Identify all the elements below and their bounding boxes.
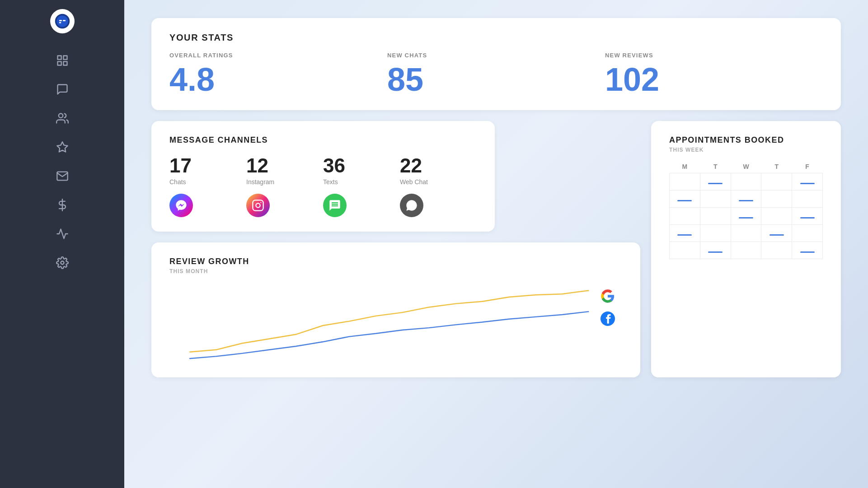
appointment-line bbox=[739, 217, 753, 218]
svg-rect-5 bbox=[57, 56, 61, 60]
bottom-row: MESSAGE CHANNELS 17 Chats bbox=[151, 121, 841, 377]
sidebar-item-email[interactable] bbox=[52, 165, 73, 187]
stats-new-chats-label: NEW CHATS bbox=[387, 52, 605, 59]
sidebar-item-analytics[interactable] bbox=[52, 223, 73, 245]
appointment-line bbox=[800, 217, 815, 218]
legend-facebook bbox=[601, 311, 615, 329]
sidebar-item-billing[interactable] bbox=[52, 194, 73, 216]
channel-texts-label: Texts bbox=[323, 178, 338, 186]
stats-new-chats: NEW CHATS 85 bbox=[387, 52, 605, 96]
appt-day-m: M bbox=[670, 160, 700, 173]
channel-webchat-count: 22 bbox=[400, 156, 422, 176]
appt-cell-2-4 bbox=[792, 208, 823, 225]
sidebar-item-dashboard[interactable] bbox=[52, 50, 73, 71]
sidebar bbox=[0, 0, 124, 488]
channel-instagram-label: Instagram bbox=[246, 178, 274, 186]
sidebar-item-settings[interactable] bbox=[52, 252, 73, 274]
svg-rect-2 bbox=[59, 20, 61, 21]
svg-point-9 bbox=[58, 114, 62, 118]
appt-cell-3-1 bbox=[700, 225, 731, 242]
svg-rect-7 bbox=[57, 61, 61, 65]
stats-overall-ratings-label: OVERALL RATINGS bbox=[169, 52, 387, 59]
appointments-card: APPOINTMENTS BOOKED THIS WEEK M T W T F bbox=[651, 121, 841, 377]
svg-rect-6 bbox=[63, 56, 67, 60]
instagram-icon bbox=[246, 194, 270, 217]
review-chart bbox=[169, 282, 622, 363]
appt-cell-3-2 bbox=[731, 225, 761, 242]
appt-cell-1-0 bbox=[670, 191, 700, 208]
svg-rect-13 bbox=[253, 200, 263, 210]
svg-point-15 bbox=[260, 202, 261, 203]
channel-instagram: 12 Instagram bbox=[246, 156, 323, 217]
facebook-icon bbox=[601, 311, 615, 329]
appt-cell-4-3 bbox=[761, 242, 792, 259]
appt-row bbox=[670, 191, 823, 208]
appt-cell-1-3 bbox=[761, 191, 792, 208]
svg-rect-3 bbox=[62, 20, 65, 21]
left-column: MESSAGE CHANNELS 17 Chats bbox=[151, 121, 640, 377]
right-column: APPOINTMENTS BOOKED THIS WEEK M T W T F bbox=[651, 121, 841, 377]
appt-cell-4-0 bbox=[670, 242, 700, 259]
appt-day-w: W bbox=[731, 160, 761, 173]
appt-cell-2-2 bbox=[731, 208, 761, 225]
appt-cell-1-4 bbox=[792, 191, 823, 208]
stats-new-reviews-value: 102 bbox=[605, 63, 823, 96]
appointment-line bbox=[800, 183, 815, 184]
channel-chats: 17 Chats bbox=[169, 156, 246, 217]
appt-cell-2-3 bbox=[761, 208, 792, 225]
review-growth-subtitle: THIS MONTH bbox=[169, 268, 622, 274]
appt-cell-3-0 bbox=[670, 225, 700, 242]
stats-overall-ratings: OVERALL RATINGS 4.8 bbox=[169, 52, 387, 96]
appointment-line bbox=[708, 251, 723, 253]
svg-marker-10 bbox=[57, 142, 67, 152]
svg-rect-4 bbox=[59, 22, 61, 23]
appointment-line bbox=[769, 234, 784, 236]
appt-header-row: M T W T F bbox=[670, 160, 823, 173]
legend-google bbox=[601, 289, 615, 306]
webchat-icon bbox=[400, 194, 423, 217]
channels-title: MESSAGE CHANNELS bbox=[169, 135, 477, 145]
channel-texts-count: 36 bbox=[323, 156, 345, 176]
channel-webchat-label: Web Chat bbox=[400, 178, 428, 186]
main-content: YOUR STATS OVERALL RATINGS 4.8 NEW CHATS… bbox=[124, 0, 868, 488]
chart-area bbox=[169, 282, 622, 363]
appt-cell-0-1 bbox=[700, 173, 731, 191]
appt-day-f: F bbox=[792, 160, 823, 173]
svg-point-12 bbox=[61, 261, 64, 265]
appt-cell-0-0 bbox=[670, 173, 700, 191]
channels-grid: 17 Chats 12 Instagram bbox=[169, 156, 477, 217]
appointment-line bbox=[708, 183, 723, 184]
appt-row bbox=[670, 242, 823, 259]
appointment-line bbox=[677, 234, 692, 236]
channel-instagram-count: 12 bbox=[246, 156, 268, 176]
svg-rect-8 bbox=[63, 61, 67, 65]
appt-row bbox=[670, 173, 823, 191]
appt-cell-3-4 bbox=[792, 225, 823, 242]
appt-cell-2-1 bbox=[700, 208, 731, 225]
appointments-title: APPOINTMENTS BOOKED bbox=[669, 135, 823, 145]
stats-grid: OVERALL RATINGS 4.8 NEW CHATS 85 NEW REV… bbox=[169, 52, 823, 96]
stats-new-reviews-label: NEW REVIEWS bbox=[605, 52, 823, 59]
imessage-icon bbox=[323, 194, 347, 217]
stats-new-chats-value: 85 bbox=[387, 63, 605, 96]
svg-point-1 bbox=[56, 15, 68, 27]
appt-day-t2: T bbox=[761, 160, 792, 173]
sidebar-item-chat[interactable] bbox=[52, 79, 73, 100]
appt-cell-0-2 bbox=[731, 173, 761, 191]
appointment-line bbox=[739, 200, 753, 201]
appt-cell-4-2 bbox=[731, 242, 761, 259]
appt-cell-1-2 bbox=[731, 191, 761, 208]
review-growth-card: REVIEW GROWTH THIS MONTH bbox=[151, 242, 640, 377]
logo-button[interactable] bbox=[50, 9, 75, 33]
channels-card: MESSAGE CHANNELS 17 Chats bbox=[151, 121, 495, 232]
google-icon bbox=[601, 289, 615, 306]
appt-cell-1-1 bbox=[700, 191, 731, 208]
messenger-icon bbox=[169, 194, 193, 217]
stats-overall-ratings-value: 4.8 bbox=[169, 63, 387, 96]
appointments-grid: M T W T F bbox=[669, 160, 823, 259]
appointment-line bbox=[800, 251, 815, 253]
sidebar-item-contacts[interactable] bbox=[52, 107, 73, 129]
stats-card: YOUR STATS OVERALL RATINGS 4.8 NEW CHATS… bbox=[151, 18, 841, 110]
appointment-line bbox=[677, 200, 692, 201]
sidebar-item-reviews[interactable] bbox=[52, 136, 73, 158]
